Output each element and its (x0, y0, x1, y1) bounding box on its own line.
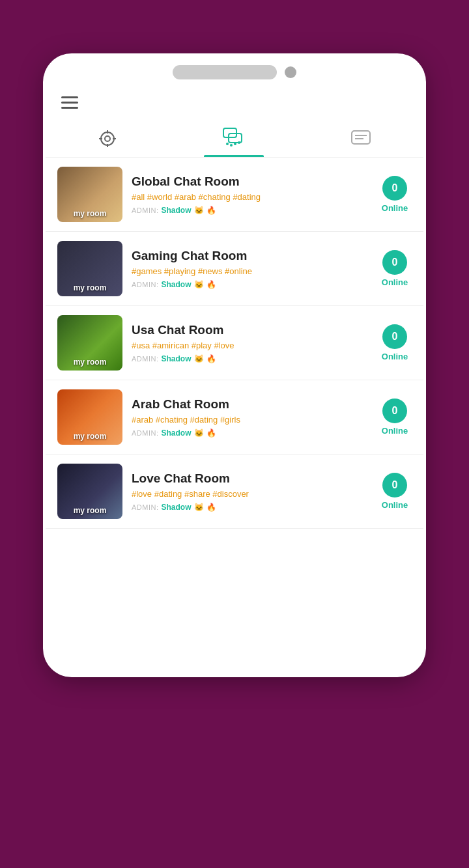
online-count: 0 (382, 250, 407, 275)
room-info: Usa Chat Room #usa #amirican #play #love… (132, 323, 369, 363)
admin-emoji-fire: 🔥 (206, 428, 216, 438)
location-tab-icon (98, 129, 117, 148)
online-text: Online (382, 352, 408, 361)
list-item[interactable]: my room Love Chat Room #love #dating #sh… (46, 455, 423, 529)
room-info: Arab Chat Room #arab #chating #dating #g… (132, 397, 369, 438)
svg-point-10 (234, 143, 236, 145)
room-admin: ADMIN: Shadow 🐱 🔥 (132, 354, 369, 363)
tab-location[interactable] (79, 125, 135, 155)
phone-top-bar (46, 56, 423, 85)
room-tags: #usa #amirican #play #love (132, 341, 369, 350)
online-count: 0 (382, 324, 407, 349)
online-text: Online (382, 500, 408, 510)
svg-point-1 (105, 136, 110, 141)
room-tags: #arab #chating #dating #girls (132, 415, 369, 425)
admin-emoji-fire: 🔥 (206, 354, 216, 363)
svg-rect-12 (352, 131, 370, 144)
admin-name: Shadow (162, 280, 192, 289)
phone-frame: my room Global Chat Room #all #world #ar… (46, 56, 423, 675)
svg-point-9 (230, 144, 233, 147)
online-badge: 0 Online (378, 250, 412, 287)
room-admin: ADMIN: Shadow 🐱 🔥 (132, 503, 369, 512)
room-thumb-label: my room (57, 357, 122, 367)
room-thumb-label: my room (57, 506, 122, 515)
room-thumb-label: my room (57, 432, 122, 441)
messages-tab-icon (350, 128, 371, 149)
room-thumb-label: my room (57, 283, 122, 292)
online-text: Online (382, 203, 408, 213)
hamburger-line-3 (61, 107, 78, 109)
online-count: 0 (382, 399, 407, 423)
svg-point-8 (226, 143, 229, 145)
admin-label: ADMIN: (132, 281, 159, 288)
admin-name: Shadow (162, 428, 192, 438)
room-tags: #games #playing #news #online (132, 266, 369, 276)
room-name: Usa Chat Room (132, 323, 369, 337)
room-name: Love Chat Room (132, 471, 369, 486)
admin-label: ADMIN: (132, 503, 159, 511)
admin-emoji-fire: 🔥 (206, 503, 216, 512)
admin-emoji-fire: 🔥 (206, 280, 216, 289)
admin-emoji-cat: 🐱 (194, 428, 204, 438)
online-badge: 0 Online (378, 473, 412, 510)
online-text: Online (382, 426, 408, 436)
svg-point-11 (238, 141, 240, 144)
room-admin: ADMIN: Shadow 🐱 🔥 (132, 280, 369, 289)
admin-emoji-cat: 🐱 (194, 206, 204, 215)
hamburger-line-2 (61, 102, 78, 104)
online-badge: 0 Online (378, 176, 412, 213)
app-header (46, 85, 423, 118)
hamburger-line-1 (61, 96, 78, 98)
admin-name: Shadow (162, 503, 192, 512)
room-thumbnail: my room (57, 315, 122, 371)
tab-messages[interactable] (332, 124, 390, 156)
online-badge: 0 Online (378, 324, 412, 361)
room-thumb-label: my room (57, 209, 122, 218)
tabs-bar (46, 118, 423, 158)
admin-name: Shadow (162, 354, 192, 363)
rooms-list: my room Global Chat Room #all #world #ar… (46, 158, 423, 529)
phone-notch (173, 65, 277, 79)
room-info: Love Chat Room #love #dating #share #dis… (132, 471, 369, 512)
room-name: Global Chat Room (132, 175, 369, 189)
group-chat-tab-icon (222, 127, 246, 150)
room-tags: #love #dating #share #discover (132, 489, 369, 499)
room-thumbnail: my room (57, 167, 122, 222)
phone-camera (285, 66, 296, 78)
online-count: 0 (382, 176, 407, 201)
room-name: Arab Chat Room (132, 397, 369, 412)
room-admin: ADMIN: Shadow 🐱 🔥 (132, 206, 369, 215)
room-tags: #all #world #arab #chating #dating (132, 192, 369, 202)
admin-emoji-cat: 🐱 (194, 354, 204, 363)
room-info: Gaming Chat Room #games #playing #news #… (132, 249, 369, 289)
room-admin: ADMIN: Shadow 🐱 🔥 (132, 428, 369, 438)
admin-emoji-cat: 🐱 (194, 280, 204, 289)
admin-label: ADMIN: (132, 429, 159, 437)
room-thumbnail: my room (57, 241, 122, 296)
list-item[interactable]: my room Global Chat Room #all #world #ar… (46, 158, 423, 232)
admin-emoji-fire: 🔥 (206, 206, 216, 215)
svg-point-0 (101, 132, 114, 145)
admin-name: Shadow (162, 206, 192, 215)
tab-group-chat[interactable] (204, 123, 264, 157)
admin-label: ADMIN: (132, 206, 159, 214)
room-thumbnail: my room (57, 389, 122, 445)
room-info: Global Chat Room #all #world #arab #chat… (132, 175, 369, 215)
admin-emoji-cat: 🐱 (194, 503, 204, 512)
online-text: Online (382, 277, 408, 287)
list-item[interactable]: my room Arab Chat Room #arab #chating #d… (46, 380, 423, 455)
room-name: Gaming Chat Room (132, 249, 369, 263)
list-item[interactable]: my room Gaming Chat Room #games #playing… (46, 232, 423, 306)
online-count: 0 (382, 473, 407, 497)
room-thumbnail: my room (57, 464, 122, 519)
online-badge: 0 Online (378, 399, 412, 436)
hamburger-menu-button[interactable] (61, 96, 78, 109)
list-item[interactable]: my room Usa Chat Room #usa #amirican #pl… (46, 306, 423, 380)
admin-label: ADMIN: (132, 355, 159, 363)
